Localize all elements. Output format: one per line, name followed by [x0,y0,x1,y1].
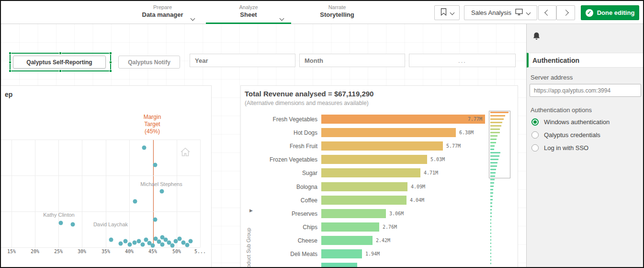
resize-handle[interactable] [9,52,11,55]
minimap-bar [490,239,491,241]
bar[interactable] [321,155,427,164]
bar[interactable] [321,209,386,218]
scatter-x-tick: 20% [31,249,39,254]
bar[interactable] [321,222,379,232]
resize-handle[interactable] [9,61,11,64]
bell-icon[interactable] [533,32,540,42]
minimap-bar [490,199,493,200]
bar[interactable] [321,141,443,151]
minimap-bar [490,192,493,194]
chevron-down-icon [450,11,454,15]
sales-rep-scatter-chart[interactable]: ep 15%20%25%30%35%40%45%50%5...MarginTar… [1,85,212,268]
minimap-bar [490,263,491,264]
scatter-point[interactable] [160,235,165,240]
scatter-point[interactable] [160,243,165,247]
scatter-point[interactable] [119,242,123,246]
auth-option-qalyptus-credentials[interactable]: Qalyptus credentials [531,128,640,141]
sheet-selector-label: Sales Analysis [471,9,511,16]
scatter-gridline [1,175,200,176]
bookmark-button[interactable] [434,5,460,20]
scatter-gridline [177,140,177,247]
bar[interactable] [321,168,420,177]
scatter-point[interactable] [153,218,158,222]
resize-handle[interactable] [9,70,11,72]
bar-value-label: 4.04M [410,198,424,203]
scatter-point[interactable] [178,237,182,241]
qalyptus-self-reporting-button[interactable]: Qalyptus Self-Reporting [13,56,106,69]
scatter-point[interactable] [71,222,75,227]
home-icon[interactable] [180,147,191,159]
resize-handle[interactable] [59,70,62,72]
scatter-point[interactable] [59,221,63,225]
resize-handle[interactable] [109,70,112,72]
scatter-point[interactable] [124,239,128,244]
scatter-point[interactable] [153,163,158,167]
scatter-x-tick: 40% [125,249,134,254]
auth-option-windows-authentication[interactable]: Windows authentication [531,116,640,128]
scatter-point[interactable] [170,244,175,248]
nav-analyze[interactable]: Analyze Sheet [206,1,291,24]
scatter-x-tick: 45% [148,249,157,254]
bar-value-label: 6.38M [459,130,474,135]
sheet-canvas[interactable]: Qalyptus Self-Reporting Qalyptus Notify … [1,24,526,268]
authentication-section-header[interactable]: Authentication [527,53,644,68]
bar[interactable] [321,182,407,191]
filter-more[interactable]: ... [409,54,516,67]
bar[interactable] [321,196,407,205]
bar[interactable] [321,236,373,245]
resize-handle[interactable] [59,52,62,55]
minimap-viewport[interactable] [489,111,510,178]
scatter-point[interactable] [109,238,113,242]
server-address-input[interactable] [530,84,641,97]
scatter-point[interactable] [133,241,137,245]
filter-year[interactable]: Year [190,54,295,67]
minimap-bar [490,202,492,204]
bar-value-label: 5.03M [430,157,445,162]
scatter-point[interactable] [133,199,137,204]
scatter-point[interactable] [137,239,141,244]
bar-value-label: 4.71M [424,170,438,175]
radio-selected-icon[interactable] [531,118,539,126]
resize-handle[interactable] [109,52,112,55]
radio-icon[interactable] [531,131,539,139]
scatter-gridline [35,140,35,247]
next-sheet-button[interactable] [556,5,575,20]
scatter-point[interactable] [185,243,190,247]
scatter-point[interactable] [142,146,147,150]
bar-category-label: Fresh Fruit [241,143,317,150]
properties-panel: Authentication Server address Authentica… [526,24,644,268]
scatter-point[interactable] [128,243,132,247]
sheet-selector[interactable]: Sales Analysis [464,5,537,20]
bar[interactable] [321,263,357,268]
resize-handle[interactable] [109,61,112,64]
scatter-gridline [153,140,153,247]
nav-narrate[interactable]: Narrate Storytelling [311,1,363,24]
scatter-x-tick: 5... [194,249,206,254]
qalyptus-notify-button[interactable]: Qalyptus Notify [118,56,180,69]
done-editing-button[interactable]: ✓ Done editing [581,5,639,20]
previous-sheet-button[interactable] [538,5,556,20]
scatter-point[interactable] [189,239,193,244]
filter-month[interactable]: Month [299,54,405,67]
check-icon: ✓ [586,9,593,17]
revenue-bar-chart[interactable]: Total Revenue analysed = $67,119,290 (Al… [240,85,518,268]
bar-value-label: 3.06M [389,211,404,216]
bar[interactable] [321,115,485,124]
nav-analyze-eyebrow: Analyze [206,4,291,10]
chevron-down-icon[interactable] [191,13,194,22]
bar[interactable] [321,128,456,137]
minimap-bar [490,209,492,210]
auth-option-log-in-with-sso[interactable]: Log in with SSO [531,141,640,154]
radio-icon[interactable] [531,144,539,151]
scatter-point[interactable] [141,243,145,247]
chevron-left-icon [544,10,551,16]
scatter-gridline [106,140,106,247]
scatter-gridline [82,140,82,247]
minimap-bar [490,249,491,251]
scatter-point[interactable] [160,189,164,194]
chevron-down-icon[interactable] [280,13,283,22]
bar[interactable] [321,249,362,258]
filter-label: Month [305,57,323,64]
scatter-point[interactable] [151,244,155,248]
nav-prepare[interactable]: Prepare Data manager [123,1,202,24]
